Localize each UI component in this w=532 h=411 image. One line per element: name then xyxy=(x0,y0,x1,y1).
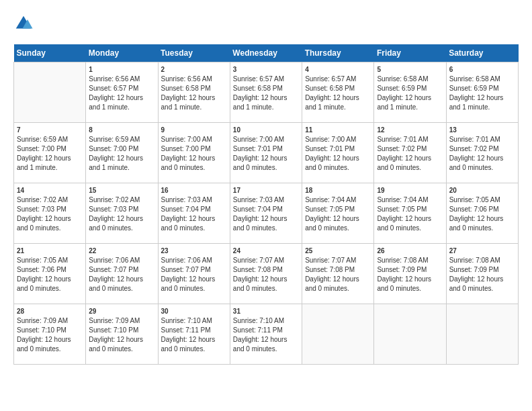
day-number: 8Sunrise: 6:59 AMSunset: 7:00 PMDaylight… xyxy=(89,126,143,171)
header-saturday: Saturday xyxy=(446,44,518,62)
calendar-cell: 1Sunrise: 6:56 AMSunset: 6:57 PMDaylight… xyxy=(86,62,158,123)
calendar-cell: 25Sunrise: 7:07 AMSunset: 7:08 PMDayligh… xyxy=(302,244,374,304)
header-monday: Monday xyxy=(86,44,158,62)
day-number: 7Sunrise: 6:59 AMSunset: 7:00 PMDaylight… xyxy=(17,126,71,171)
day-number: 28Sunrise: 7:09 AMSunset: 7:10 PMDayligh… xyxy=(17,308,71,353)
header-sunday: Sunday xyxy=(14,44,86,62)
calendar-week-4: 21Sunrise: 7:05 AMSunset: 7:06 PMDayligh… xyxy=(14,244,519,304)
calendar-cell: 10Sunrise: 7:00 AMSunset: 7:01 PMDayligh… xyxy=(230,123,302,183)
day-number: 19Sunrise: 7:04 AMSunset: 7:05 PMDayligh… xyxy=(377,187,431,232)
calendar-cell xyxy=(302,304,374,365)
calendar-cell: 15Sunrise: 7:02 AMSunset: 7:03 PMDayligh… xyxy=(86,183,158,244)
calendar-cell: 19Sunrise: 7:04 AMSunset: 7:05 PMDayligh… xyxy=(374,183,446,244)
calendar-cell: 26Sunrise: 7:08 AMSunset: 7:09 PMDayligh… xyxy=(374,244,446,304)
calendar-cell: 9Sunrise: 7:00 AMSunset: 7:00 PMDaylight… xyxy=(158,123,230,183)
logo xyxy=(13,13,36,34)
calendar-cell: 24Sunrise: 7:07 AMSunset: 7:08 PMDayligh… xyxy=(230,244,302,304)
calendar-cell: 13Sunrise: 7:01 AMSunset: 7:02 PMDayligh… xyxy=(446,123,518,183)
day-number: 31Sunrise: 7:10 AMSunset: 7:11 PMDayligh… xyxy=(233,308,287,353)
calendar-cell: 28Sunrise: 7:09 AMSunset: 7:10 PMDayligh… xyxy=(14,304,86,365)
day-number: 17Sunrise: 7:03 AMSunset: 7:04 PMDayligh… xyxy=(233,187,287,232)
calendar-week-1: 1Sunrise: 6:56 AMSunset: 6:57 PMDaylight… xyxy=(14,62,519,123)
calendar-cell xyxy=(14,62,86,123)
day-number: 13Sunrise: 7:01 AMSunset: 7:02 PMDayligh… xyxy=(449,126,504,171)
calendar-week-3: 14Sunrise: 7:02 AMSunset: 7:03 PMDayligh… xyxy=(14,183,519,244)
calendar-cell: 31Sunrise: 7:10 AMSunset: 7:11 PMDayligh… xyxy=(230,304,302,365)
calendar-cell: 18Sunrise: 7:04 AMSunset: 7:05 PMDayligh… xyxy=(302,183,374,244)
day-number: 21Sunrise: 7:05 AMSunset: 7:06 PMDayligh… xyxy=(17,247,71,292)
calendar-cell: 3Sunrise: 6:57 AMSunset: 6:58 PMDaylight… xyxy=(230,62,302,123)
calendar-cell xyxy=(374,304,446,365)
calendar-cell: 2Sunrise: 6:56 AMSunset: 6:58 PMDaylight… xyxy=(158,62,230,123)
day-number: 22Sunrise: 7:06 AMSunset: 7:07 PMDayligh… xyxy=(89,247,143,292)
calendar-cell xyxy=(446,304,518,365)
calendar-cell: 22Sunrise: 7:06 AMSunset: 7:07 PMDayligh… xyxy=(86,244,158,304)
calendar-cell: 5Sunrise: 6:58 AMSunset: 6:59 PMDaylight… xyxy=(374,62,446,123)
day-number: 12Sunrise: 7:01 AMSunset: 7:02 PMDayligh… xyxy=(377,126,431,171)
header-wednesday: Wednesday xyxy=(230,44,302,62)
calendar-header-row: SundayMondayTuesdayWednesdayThursdayFrid… xyxy=(14,44,519,62)
day-number: 5Sunrise: 6:58 AMSunset: 6:59 PMDaylight… xyxy=(377,66,431,111)
day-number: 6Sunrise: 6:58 AMSunset: 6:59 PMDaylight… xyxy=(449,66,504,111)
day-number: 25Sunrise: 7:07 AMSunset: 7:08 PMDayligh… xyxy=(305,247,359,292)
calendar-cell: 17Sunrise: 7:03 AMSunset: 7:04 PMDayligh… xyxy=(230,183,302,244)
day-number: 9Sunrise: 7:00 AMSunset: 7:00 PMDaylight… xyxy=(161,126,216,171)
header-thursday: Thursday xyxy=(302,44,374,62)
calendar-table: SundayMondayTuesdayWednesdayThursdayFrid… xyxy=(13,44,519,365)
day-number: 3Sunrise: 6:57 AMSunset: 6:58 PMDaylight… xyxy=(233,66,287,111)
day-number: 1Sunrise: 6:56 AMSunset: 6:57 PMDaylight… xyxy=(89,66,143,111)
calendar-cell: 14Sunrise: 7:02 AMSunset: 7:03 PMDayligh… xyxy=(14,183,86,244)
calendar-cell: 16Sunrise: 7:03 AMSunset: 7:04 PMDayligh… xyxy=(158,183,230,244)
day-number: 23Sunrise: 7:06 AMSunset: 7:07 PMDayligh… xyxy=(161,247,216,292)
day-number: 4Sunrise: 6:57 AMSunset: 6:58 PMDaylight… xyxy=(305,66,359,111)
calendar-cell: 29Sunrise: 7:09 AMSunset: 7:10 PMDayligh… xyxy=(86,304,158,365)
calendar-cell: 23Sunrise: 7:06 AMSunset: 7:07 PMDayligh… xyxy=(158,244,230,304)
calendar-week-5: 28Sunrise: 7:09 AMSunset: 7:10 PMDayligh… xyxy=(14,304,519,365)
calendar-cell: 8Sunrise: 6:59 AMSunset: 7:00 PMDaylight… xyxy=(86,123,158,183)
calendar-week-2: 7Sunrise: 6:59 AMSunset: 7:00 PMDaylight… xyxy=(14,123,519,183)
day-number: 24Sunrise: 7:07 AMSunset: 7:08 PMDayligh… xyxy=(233,247,287,292)
day-number: 16Sunrise: 7:03 AMSunset: 7:04 PMDayligh… xyxy=(161,187,216,232)
calendar-cell: 21Sunrise: 7:05 AMSunset: 7:06 PMDayligh… xyxy=(14,244,86,304)
calendar-cell: 6Sunrise: 6:58 AMSunset: 6:59 PMDaylight… xyxy=(446,62,518,123)
day-number: 29Sunrise: 7:09 AMSunset: 7:10 PMDayligh… xyxy=(89,308,143,353)
day-number: 20Sunrise: 7:05 AMSunset: 7:06 PMDayligh… xyxy=(449,187,504,232)
day-number: 15Sunrise: 7:02 AMSunset: 7:03 PMDayligh… xyxy=(89,187,143,232)
day-number: 27Sunrise: 7:08 AMSunset: 7:09 PMDayligh… xyxy=(449,247,504,292)
calendar-cell: 7Sunrise: 6:59 AMSunset: 7:00 PMDaylight… xyxy=(14,123,86,183)
day-number: 18Sunrise: 7:04 AMSunset: 7:05 PMDayligh… xyxy=(305,187,359,232)
day-number: 10Sunrise: 7:00 AMSunset: 7:01 PMDayligh… xyxy=(233,126,287,171)
header-tuesday: Tuesday xyxy=(158,44,230,62)
calendar-cell: 27Sunrise: 7:08 AMSunset: 7:09 PMDayligh… xyxy=(446,244,518,304)
header-friday: Friday xyxy=(374,44,446,62)
calendar-cell: 12Sunrise: 7:01 AMSunset: 7:02 PMDayligh… xyxy=(374,123,446,183)
day-number: 2Sunrise: 6:56 AMSunset: 6:58 PMDaylight… xyxy=(161,66,216,111)
calendar-cell: 11Sunrise: 7:00 AMSunset: 7:01 PMDayligh… xyxy=(302,123,374,183)
calendar-cell: 20Sunrise: 7:05 AMSunset: 7:06 PMDayligh… xyxy=(446,183,518,244)
day-number: 14Sunrise: 7:02 AMSunset: 7:03 PMDayligh… xyxy=(17,187,71,232)
day-number: 30Sunrise: 7:10 AMSunset: 7:11 PMDayligh… xyxy=(161,308,216,353)
day-number: 11Sunrise: 7:00 AMSunset: 7:01 PMDayligh… xyxy=(305,126,359,171)
calendar-cell: 30Sunrise: 7:10 AMSunset: 7:11 PMDayligh… xyxy=(158,304,230,365)
day-number: 26Sunrise: 7:08 AMSunset: 7:09 PMDayligh… xyxy=(377,247,431,292)
page-header xyxy=(13,13,519,34)
calendar-cell: 4Sunrise: 6:57 AMSunset: 6:58 PMDaylight… xyxy=(302,62,374,123)
logo-icon xyxy=(13,13,34,34)
